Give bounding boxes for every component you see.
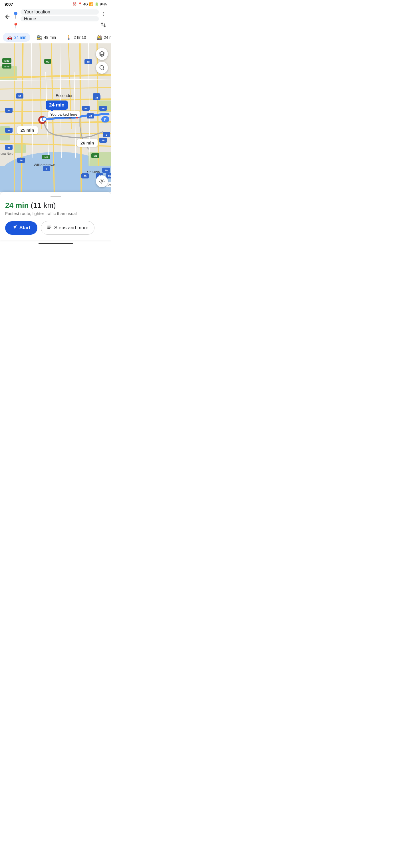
svg-text:Alt 1: Alt 1 <box>108 184 111 186</box>
svg-text:M1: M1 <box>44 156 48 159</box>
bottom-sheet: 24 min (11 km) Fastest route, lighter tr… <box>0 192 111 240</box>
tab-cycle[interactable]: 🚵 24 mi <box>92 33 111 42</box>
svg-text:2: 2 <box>46 167 47 170</box>
route-time-distance: 24 min (11 km) <box>5 201 106 210</box>
svg-text:45: 45 <box>89 115 92 118</box>
svg-text:Williamstown: Williamstown <box>34 163 55 167</box>
svg-line-97 <box>103 69 104 70</box>
steps-label: Steps and more <box>54 225 89 231</box>
search-inputs <box>21 9 99 22</box>
svg-text:56: 56 <box>20 159 23 162</box>
svg-text:32: 32 <box>7 109 10 112</box>
battery-pct: 94% <box>100 2 107 6</box>
parked-label: You parked here <box>48 111 80 117</box>
svg-text:P: P <box>104 118 106 122</box>
origin-dot <box>14 12 18 15</box>
svg-text:39: 39 <box>7 129 10 132</box>
destination-input[interactable] <box>21 16 99 22</box>
walk-label: 2 hr 10 <box>74 35 86 40</box>
status-time: 9:07 <box>5 2 13 6</box>
svg-point-1 <box>103 14 104 14</box>
svg-text:M80: M80 <box>4 59 9 62</box>
transport-tabs: 🚗 24 min 🚉 49 min 🚶 2 hr 10 🚵 24 mi <box>0 31 111 43</box>
route-distance: (11 km) <box>31 201 56 210</box>
svg-point-0 <box>103 12 104 13</box>
home-indicator <box>0 240 111 245</box>
navigation-icon <box>12 225 17 231</box>
alarm-icon: ⏰ <box>72 2 77 6</box>
svg-point-96 <box>100 66 104 69</box>
signal-icon: 📶 <box>89 2 93 6</box>
walk-icon: 🚶 <box>66 35 72 40</box>
svg-text:2: 2 <box>105 133 107 136</box>
search-map-button[interactable] <box>96 62 108 74</box>
locate-me-button[interactable] <box>96 175 108 187</box>
svg-text:33: 33 <box>84 175 87 178</box>
start-button[interactable]: Start <box>5 221 37 235</box>
svg-point-2 <box>103 16 104 16</box>
origin-input[interactable] <box>21 9 99 14</box>
svg-rect-9 <box>14 143 26 153</box>
alt-route-26min: 26 min <box>77 139 98 147</box>
back-button[interactable] <box>2 12 12 22</box>
svg-text:29: 29 <box>102 107 104 110</box>
map-area[interactable]: P M80 M79 M2 M1 M1 40 38 39 45 50 <box>0 43 111 192</box>
action-buttons: Start Steps and more <box>5 221 106 235</box>
svg-point-98 <box>101 181 103 182</box>
steps-button[interactable]: Steps and more <box>41 221 94 235</box>
svg-text:M79: M79 <box>4 65 9 68</box>
drive-label: 24 min <box>14 35 26 40</box>
status-icons: ⏰ 📍 4G 📶 🔋 94% <box>72 2 107 6</box>
swap-directions-button[interactable] <box>99 20 108 29</box>
sheet-handle <box>51 196 61 197</box>
tab-walk[interactable]: 🚶 2 hr 10 <box>62 33 90 42</box>
svg-text:Essendon: Essendon <box>56 93 73 98</box>
route-description: Fastest route, lighter traffic than usua… <box>5 211 106 216</box>
search-header: 📍 <box>0 8 111 31</box>
svg-text:38: 38 <box>95 96 98 99</box>
transit-label: 49 min <box>44 35 56 40</box>
network-icon: 4G <box>83 2 88 6</box>
route-line-3 <box>15 18 16 19</box>
tab-drive[interactable]: 🚗 24 min <box>3 33 30 42</box>
svg-text:39: 39 <box>18 95 21 98</box>
transit-icon: 🚉 <box>36 35 42 40</box>
drive-icon: 🚗 <box>7 35 12 40</box>
svg-text:St Kilda: St Kilda <box>87 170 100 174</box>
map-callout-24min: 24 min <box>46 100 68 110</box>
more-options-button[interactable] <box>99 9 108 19</box>
svg-text:55: 55 <box>85 107 87 110</box>
svg-text:41: 41 <box>7 146 10 149</box>
svg-point-40 <box>42 117 46 121</box>
svg-text:M1: M1 <box>94 154 97 157</box>
cycle-label: 24 mi <box>104 35 111 40</box>
tab-transit[interactable]: 🚉 49 min <box>33 33 60 42</box>
cycle-icon: 🚵 <box>96 35 102 40</box>
home-bar <box>38 243 73 244</box>
route-summary: 24 min (11 km) Fastest route, lighter tr… <box>5 201 106 216</box>
alt-route-25min: 25 min <box>17 126 38 134</box>
svg-text:25: 25 <box>108 175 111 178</box>
status-bar: 9:07 ⏰ 📍 4G 📶 🔋 94% <box>0 0 111 8</box>
svg-text:M2: M2 <box>46 60 50 63</box>
route-time: 24 min <box>5 201 29 210</box>
svg-text:20: 20 <box>105 169 107 172</box>
start-label: Start <box>20 225 31 231</box>
svg-point-99 <box>100 179 104 184</box>
svg-text:ona North: ona North <box>1 152 14 155</box>
svg-text:40: 40 <box>87 61 90 63</box>
header-actions <box>99 9 108 29</box>
svg-text:29: 29 <box>102 139 104 142</box>
layers-button[interactable] <box>96 48 108 60</box>
destination-pin: 📍 <box>12 23 19 29</box>
battery-icon: 🔋 <box>94 2 99 6</box>
location-icon: 📍 <box>78 2 82 6</box>
steps-icon <box>47 225 52 231</box>
